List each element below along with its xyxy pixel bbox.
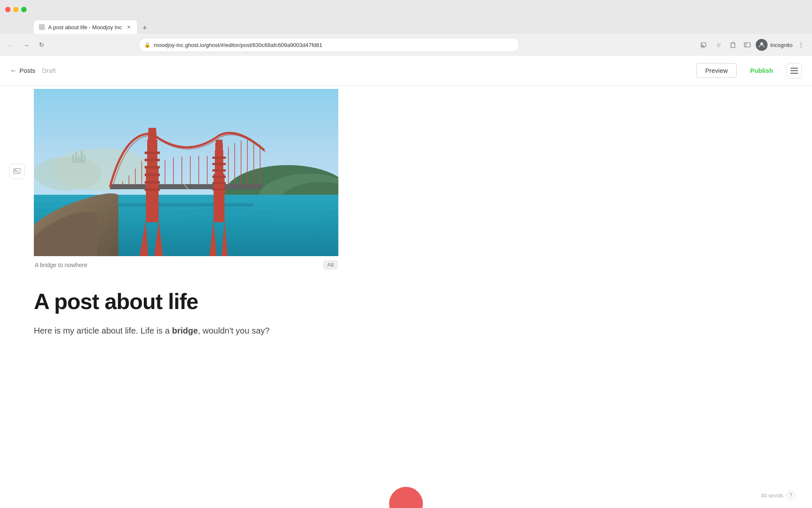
more-options-icon[interactable]: ⋮ <box>795 39 807 51</box>
svg-point-5 <box>760 42 763 45</box>
word-count-bar: 40 words ? <box>761 491 795 500</box>
svg-rect-6 <box>790 68 798 69</box>
svg-rect-3 <box>744 43 750 47</box>
word-count-label: 40 words <box>761 492 783 499</box>
post-body[interactable]: Here is my article about life. Life is a… <box>34 324 338 337</box>
extensions-icon[interactable] <box>727 39 739 51</box>
editor-area: A bridge to nowhere Alt A post about lif… <box>0 86 812 508</box>
address-bar-row: ← → ↻ 🔒 moodjoy-inc.ghost.io/ghost/#/edi… <box>0 34 812 56</box>
bookmark-icon[interactable]: ☆ <box>713 39 724 51</box>
svg-rect-62 <box>34 89 338 256</box>
svg-point-2 <box>701 47 702 48</box>
image-caption-row: A bridge to nowhere Alt <box>34 257 338 273</box>
back-arrow-icon: ← <box>10 67 17 75</box>
preview-button[interactable]: Preview <box>696 63 736 78</box>
publish-button[interactable]: Publish <box>742 64 782 77</box>
tab-title: A post about life - Moodjoy Inc <box>48 24 122 30</box>
svg-point-0 <box>40 25 44 29</box>
editor-content: A bridge to nowhere Alt A post about lif… <box>34 86 338 508</box>
back-to-posts-link[interactable]: ← Posts <box>10 67 36 75</box>
editor-right-spacer <box>338 86 812 508</box>
draft-status-label: Draft <box>42 67 56 74</box>
svg-rect-7 <box>790 70 798 71</box>
featured-image-container <box>34 89 338 256</box>
help-button[interactable]: ? <box>787 491 795 500</box>
minimize-traffic-light[interactable] <box>13 7 19 12</box>
editor-left-bar <box>0 86 34 508</box>
settings-panel-toggle[interactable] <box>787 63 802 78</box>
post-body-rest: , wouldn't you say? <box>198 326 269 335</box>
post-title[interactable]: A post about life <box>34 290 338 314</box>
lock-icon: 🔒 <box>144 42 151 48</box>
cast-icon[interactable] <box>698 39 710 51</box>
new-tab-button[interactable]: + <box>139 22 151 34</box>
header-right: Preview Publish <box>696 63 802 78</box>
image-caption-text: A bridge to nowhere <box>35 262 88 268</box>
back-button[interactable]: ← <box>5 39 17 51</box>
address-bar[interactable]: 🔒 moodjoy-inc.ghost.io/ghost/#/editor/po… <box>139 38 519 52</box>
browser-toolbar-right: ☆ Incognito ⋮ <box>698 39 807 51</box>
tab-bar: A post about life - Moodjoy Inc ✕ + <box>0 19 812 34</box>
tab-favicon <box>39 24 45 30</box>
post-body-plain: Here is my article about life. Life is a <box>34 326 172 335</box>
title-bar <box>0 0 812 19</box>
browser-frame: A post about life - Moodjoy Inc ✕ + ← → … <box>0 0 812 508</box>
featured-image <box>34 89 338 256</box>
forward-button[interactable]: → <box>20 39 32 51</box>
posts-link-label: Posts <box>19 67 36 74</box>
active-tab[interactable]: A post about life - Moodjoy Inc ✕ <box>34 20 137 34</box>
maximize-traffic-light[interactable] <box>21 7 27 12</box>
add-image-button[interactable] <box>9 164 25 179</box>
svg-rect-8 <box>790 73 798 74</box>
alt-text-badge[interactable]: Alt <box>324 260 337 269</box>
close-traffic-light[interactable] <box>5 7 11 12</box>
reload-button[interactable]: ↻ <box>36 39 47 51</box>
traffic-lights <box>5 7 27 12</box>
sidebar-toggle-icon[interactable] <box>741 39 753 51</box>
url-text: moodjoy-inc.ghost.io/ghost/#/editor/post… <box>154 42 514 48</box>
post-body-bold: bridge <box>172 326 198 335</box>
tab-close-button[interactable]: ✕ <box>125 24 132 30</box>
incognito-label: Incognito <box>770 42 793 48</box>
profile-button[interactable] <box>756 39 768 51</box>
app-header: ← Posts Draft Preview Publish <box>0 56 812 86</box>
